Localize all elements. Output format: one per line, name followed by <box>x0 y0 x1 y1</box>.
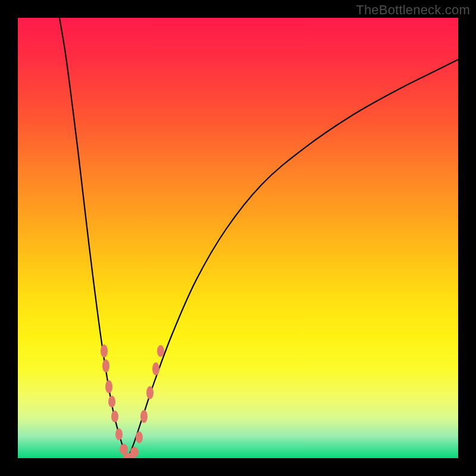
data-point <box>130 447 139 458</box>
data-point <box>111 411 118 422</box>
data-point <box>152 362 159 375</box>
plot-area <box>18 18 458 458</box>
chart-frame: TheBottleneck.com <box>0 0 476 476</box>
chart-svg <box>18 18 458 458</box>
curve-right <box>128 60 458 458</box>
data-point <box>115 428 123 440</box>
data-point <box>140 410 148 423</box>
curve-left <box>60 18 128 458</box>
data-point <box>120 444 128 455</box>
data-point <box>105 380 112 393</box>
marker-layer <box>101 345 164 458</box>
watermark-text: TheBottleneck.com <box>356 2 470 18</box>
data-point <box>108 396 115 408</box>
data-point <box>136 431 143 443</box>
data-point <box>102 359 109 372</box>
data-point <box>101 345 108 358</box>
data-point <box>157 345 164 357</box>
data-point <box>146 386 154 399</box>
